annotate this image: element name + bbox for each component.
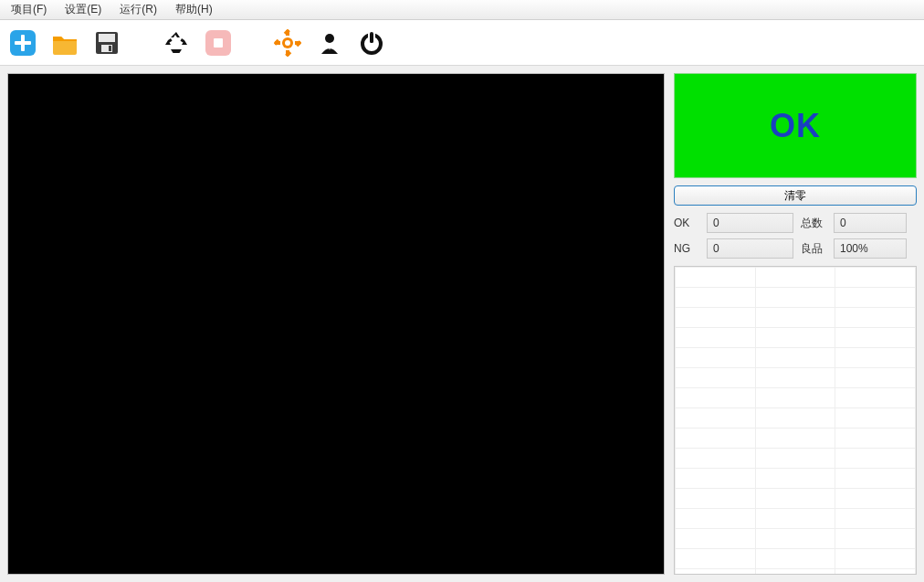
table-row — [676, 408, 916, 429]
settings-button[interactable] — [272, 27, 303, 58]
menu-settings[interactable]: 设置(E) — [58, 0, 109, 19]
clear-button[interactable]: 清零 — [674, 185, 917, 206]
svg-rect-2 — [15, 41, 31, 45]
side-panel: OK 清零 OK 0 总数 0 NG 0 良品 100% — [674, 73, 917, 575]
table-row — [676, 549, 916, 569]
svg-point-19 — [325, 34, 334, 43]
user-button[interactable] — [314, 27, 345, 58]
svg-rect-8 — [214, 38, 223, 48]
table-row — [676, 288, 916, 308]
save-button[interactable] — [91, 27, 122, 58]
power-icon — [358, 29, 385, 57]
table-row — [676, 509, 916, 529]
result-label: OK — [770, 107, 821, 145]
menu-bar: 项目(F) 设置(E) 运行(R) 帮助(H) — [0, 0, 924, 20]
stop-icon — [205, 29, 232, 57]
total-value: 0 — [834, 213, 907, 233]
table-row — [676, 449, 916, 469]
stop-button[interactable] — [203, 27, 234, 58]
open-button[interactable] — [49, 27, 80, 58]
table-row — [676, 529, 916, 549]
ok-value: 0 — [707, 213, 793, 233]
menu-help[interactable]: 帮助(H) — [168, 0, 220, 19]
table-row — [676, 569, 916, 576]
menu-project[interactable]: 项目(F) — [4, 0, 54, 19]
result-panel: OK — [674, 73, 917, 178]
table-row — [676, 489, 916, 509]
log-table[interactable] — [674, 266, 917, 575]
table-row — [676, 348, 916, 368]
user-icon — [316, 29, 343, 57]
folder-icon — [51, 29, 79, 57]
ng-value: 0 — [707, 238, 793, 259]
svg-rect-23 — [370, 32, 373, 43]
table-row — [676, 328, 916, 348]
floppy-icon — [93, 29, 121, 57]
yield-label: 良品 — [801, 241, 826, 257]
svg-point-18 — [285, 40, 290, 46]
table-row — [676, 388, 916, 408]
menu-run[interactable]: 运行(R) — [112, 0, 164, 19]
yield-value: 100% — [834, 238, 907, 259]
table-row — [676, 308, 916, 328]
plus-icon — [9, 29, 37, 57]
recycle-icon — [163, 29, 190, 57]
svg-rect-4 — [99, 34, 115, 42]
table-row — [676, 368, 916, 388]
gear-icon — [274, 29, 301, 57]
recycle-button[interactable] — [161, 27, 192, 58]
main-area: OK 清零 OK 0 总数 0 NG 0 良品 100% — [0, 66, 924, 582]
svg-rect-6 — [109, 46, 111, 51]
new-button[interactable] — [7, 27, 38, 58]
image-viewer[interactable] — [7, 73, 665, 575]
ok-label: OK — [674, 217, 699, 229]
toolbar — [0, 20, 924, 66]
table-row — [676, 469, 916, 489]
total-label: 总数 — [801, 216, 826, 231]
power-button[interactable] — [356, 27, 387, 58]
table-row — [676, 268, 916, 288]
table-row — [676, 429, 916, 449]
ng-label: NG — [674, 242, 699, 255]
stats-panel: OK 0 总数 0 NG 0 良品 100% — [674, 213, 917, 259]
